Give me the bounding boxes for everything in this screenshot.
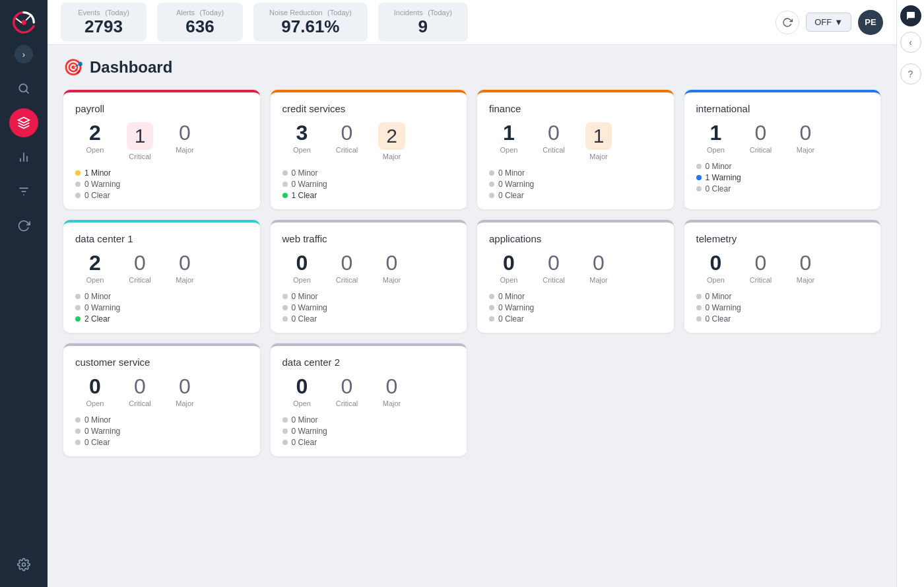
metric-critical-customer-service: 0 <box>134 376 146 397</box>
status-list-payroll: 1 Minor 0 Warning 0 Clear <box>75 168 248 200</box>
app-logo[interactable] <box>9 8 38 37</box>
metrics-row-payroll: 2 Open 1 Critical 0 Major <box>75 122 248 160</box>
refresh-button[interactable] <box>776 11 799 34</box>
metric-box-open-web-traffic: 0 Open <box>282 252 322 284</box>
off-button[interactable]: OFF ▼ <box>806 13 851 32</box>
status-clear-data-center-1: 2 Clear <box>75 314 248 324</box>
chat-button[interactable] <box>900 5 921 26</box>
metric-box-open-international: 1 Open <box>696 122 736 154</box>
status-list-finance: 0 Minor 0 Warning 0 Clear <box>489 168 662 200</box>
content-area: 🎯 Dashboard payroll 2 Open 1 Critical 0 … <box>48 45 896 587</box>
metric-open-data-center-1: 2 <box>89 252 101 273</box>
sidebar-item-refresh[interactable] <box>9 211 38 240</box>
metric-critical-international: 0 <box>755 122 767 143</box>
collapse-button[interactable]: ‹ <box>900 32 921 53</box>
service-name-international: international <box>696 103 869 114</box>
alerts-label: Alerts <box>176 9 195 17</box>
sidebar: › <box>0 0 48 587</box>
metric-open-applications: 0 <box>503 252 515 273</box>
incidents-value: 9 <box>418 17 428 36</box>
metric-open-finance: 1 <box>503 122 515 143</box>
help-button[interactable]: ? <box>900 63 921 85</box>
sidebar-item-settings[interactable] <box>9 550 38 579</box>
warning-dot-data-center-2 <box>282 429 288 434</box>
service-name-web-traffic: web traffic <box>282 233 455 244</box>
metric-box-open-data-center-2: 0 Open <box>282 376 322 407</box>
right-panel: ‹ ? <box>896 0 924 587</box>
metric-box-critical-payroll: 1 Critical <box>120 122 160 160</box>
metric-critical-data-center-1: 0 <box>134 252 146 273</box>
page-header: 🎯 Dashboard <box>63 58 880 77</box>
status-minor-payroll: 1 Minor <box>75 168 248 178</box>
card-finance[interactable]: finance 1 Open 0 Critical 1 Major 0 Mino… <box>477 90 674 209</box>
card-customer-service[interactable]: customer service 0 Open 0 Critical 0 Maj… <box>63 343 260 456</box>
metric-box-major-international: 0 Major <box>786 122 826 154</box>
metric-box-open-customer-service: 0 Open <box>75 376 115 407</box>
status-minor-finance: 0 Minor <box>489 168 662 178</box>
card-payroll[interactable]: payroll 2 Open 1 Critical 0 Major 1 Mino… <box>63 90 260 209</box>
warning-dot-credit-services <box>282 182 288 187</box>
status-clear-applications: 0 Clear <box>489 314 662 324</box>
status-warning-applications: 0 Warning <box>489 303 662 312</box>
status-list-data-center-2: 0 Minor 0 Warning 0 Clear <box>282 415 455 447</box>
metric-box-major-telemetry: 0 Major <box>786 252 826 284</box>
status-list-applications: 0 Minor 0 Warning 0 Clear <box>489 292 662 324</box>
metric-box-open-data-center-1: 2 Open <box>75 252 115 284</box>
metric-box-open-applications: 0 Open <box>489 252 529 284</box>
user-avatar[interactable]: PE <box>858 10 883 35</box>
metric-major-credit-services: 2 <box>378 122 405 150</box>
status-minor-data-center-1: 0 Minor <box>75 292 248 301</box>
metrics-row-telemetry: 0 Open 0 Critical 0 Major <box>696 252 869 284</box>
sidebar-item-search[interactable] <box>9 74 38 103</box>
metrics-row-web-traffic: 0 Open 0 Critical 0 Major <box>282 252 455 284</box>
status-warning-payroll: 0 Warning <box>75 180 248 189</box>
metrics-row-customer-service: 0 Open 0 Critical 0 Major <box>75 376 248 407</box>
metric-box-open-credit-services: 3 Open <box>282 122 322 160</box>
metric-open-payroll: 2 <box>89 122 101 143</box>
service-name-telemetry: telemetry <box>696 233 869 244</box>
events-label: Events <box>78 9 100 17</box>
card-credit-services[interactable]: credit services 3 Open 0 Critical 2 Majo… <box>271 90 467 209</box>
clear-dot-web-traffic <box>282 316 288 322</box>
card-international[interactable]: international 1 Open 0 Critical 0 Major … <box>684 90 881 209</box>
metric-major-customer-service: 0 <box>179 376 191 397</box>
card-web-traffic[interactable]: web traffic 0 Open 0 Critical 0 Major 0 … <box>271 220 467 333</box>
noise-value: 97.61% <box>281 17 339 36</box>
minor-dot-international <box>696 164 702 169</box>
events-stat: Events (Today) 2793 <box>61 3 147 42</box>
status-minor-international: 0 Minor <box>696 162 869 171</box>
metric-critical-data-center-2: 0 <box>341 376 353 397</box>
status-minor-customer-service: 0 Minor <box>75 415 248 425</box>
page-title: Dashboard <box>90 58 172 77</box>
svg-line-2 <box>26 91 29 94</box>
service-name-customer-service: customer service <box>75 357 248 368</box>
status-list-telemetry: 0 Minor 0 Warning 0 Clear <box>696 292 869 324</box>
alerts-value: 636 <box>185 17 214 36</box>
status-clear-data-center-2: 0 Clear <box>282 438 455 447</box>
metric-box-major-payroll: 0 Major <box>165 122 205 160</box>
metric-box-critical-data-center-2: 0 Critical <box>327 376 367 407</box>
sidebar-toggle[interactable]: › <box>15 45 33 63</box>
card-data-center-2[interactable]: data center 2 0 Open 0 Critical 0 Major … <box>271 343 467 456</box>
minor-dot-data-center-1 <box>75 294 81 299</box>
minor-dot-telemetry <box>696 294 702 299</box>
minor-dot-data-center-2 <box>282 417 288 423</box>
metric-box-major-data-center-2: 0 Major <box>372 376 412 407</box>
card-applications[interactable]: applications 0 Open 0 Critical 0 Major 0… <box>477 220 674 333</box>
warning-dot-web-traffic <box>282 305 288 310</box>
card-data-center-1[interactable]: data center 1 2 Open 0 Critical 0 Major … <box>63 220 260 333</box>
sidebar-item-dashboard[interactable] <box>9 108 38 137</box>
service-name-applications: applications <box>489 233 662 244</box>
clear-dot-finance <box>489 193 494 198</box>
sidebar-item-analytics[interactable] <box>9 143 38 172</box>
status-warning-customer-service: 0 Warning <box>75 427 248 436</box>
card-telemetry[interactable]: telemetry 0 Open 0 Critical 0 Major 0 Mi… <box>684 220 881 333</box>
warning-dot-international <box>696 175 702 180</box>
status-minor-applications: 0 Minor <box>489 292 662 301</box>
sidebar-item-filters[interactable] <box>9 177 38 206</box>
noise-label: Noise Reduction <box>269 9 323 17</box>
metric-box-major-finance: 1 Major <box>579 122 618 160</box>
events-period: (Today) <box>105 9 129 17</box>
metric-box-major-credit-services: 2 Major <box>372 122 412 160</box>
minor-dot-applications <box>489 294 494 299</box>
